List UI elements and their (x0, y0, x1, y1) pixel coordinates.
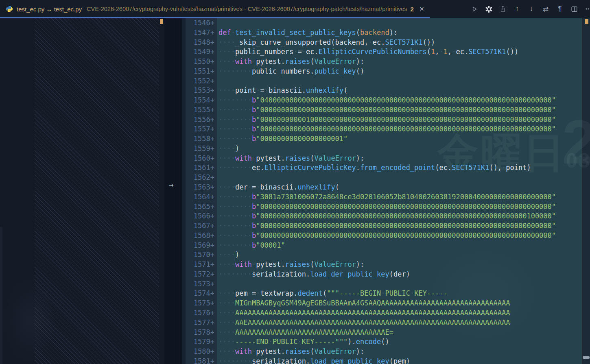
title-bar: test_ec.py ↔ test_ec.py CVE-2026-26007/c… (0, 0, 590, 18)
code-line[interactable]: 1546+ (182, 18, 590, 28)
overflow-icon[interactable] (584, 4, 590, 13)
code-line[interactable]: 1573+ (182, 279, 590, 289)
code-text: ····pem·=·textwrap.dedent("""-----BEGIN·… (217, 289, 448, 299)
code-line[interactable]: 1557+········b"0000000000000000000000000… (182, 124, 590, 134)
code-line[interactable]: 1568+········b"0000000000000000000000000… (182, 231, 590, 241)
line-number: 1565+ (182, 202, 217, 212)
code-text: ····) (217, 144, 239, 154)
code-text: ····) (217, 250, 239, 260)
line-number: 1551+ (182, 67, 217, 76)
code-text: ········b"000000000000000000000000000000… (217, 211, 556, 221)
code-line[interactable]: 1553+····point·=·binascii.unhexlify( (182, 86, 590, 96)
code-line[interactable]: 1551+········public_numbers.public_key() (182, 67, 590, 76)
code-line[interactable]: 1562+ (182, 173, 590, 183)
line-number: 1561+ (182, 163, 217, 173)
code-line[interactable]: 1555+········b"0000000000000000000000000… (182, 105, 590, 115)
line-number: 1560+ (182, 154, 217, 163)
code-text: ····AAAAAAAAAAAAAAAAAAAAAAAAAAAAAAAAAAAA… (217, 308, 510, 318)
code-text (217, 279, 219, 289)
line-number: 1553+ (182, 86, 217, 96)
diff-center-margin: → (164, 18, 182, 364)
editor-actions-toolbar: ↑ ↓ ⇄ ¶ (470, 0, 590, 18)
tab-path-label: CVE-2026-26007/cryptography-vuln/tests/h… (87, 6, 407, 12)
line-number: 1564+ (182, 192, 217, 202)
code-line[interactable]: 1581+········serialization.load_pem_publ… (182, 357, 590, 364)
code-text: ····der·=·binascii.unhexlify( (217, 183, 339, 192)
code-line[interactable]: 1561+········ec.EllipticCurvePublicKey.f… (182, 163, 590, 173)
run-icon[interactable] (470, 4, 479, 13)
code-line[interactable]: 1547+def·test_invalid_sect_public_keys(b… (182, 28, 590, 38)
arrow-up-icon[interactable]: ↑ (513, 4, 521, 13)
code-line[interactable]: 1567+········b"0000000000000000000000000… (182, 221, 590, 231)
code-lines[interactable]: 1546+1547+def·test_invalid_sect_public_k… (182, 18, 590, 364)
code-text (217, 173, 219, 183)
code-line[interactable]: 1579+····-----END·PUBLIC·KEY-----""").en… (182, 337, 590, 347)
code-text: ········b"000000000000000000000000000000… (217, 202, 556, 212)
openai-icon[interactable] (485, 4, 493, 13)
code-text: ····AAAAAAAAAAAAAAAAAAAAAAAAAAAAAAAAAAAA… (217, 328, 393, 338)
code-line[interactable]: 1556+········b"0000000000010000000000000… (182, 115, 590, 125)
code-text: ········serialization.load_pem_public_ke… (217, 357, 410, 364)
line-number: 1558+ (182, 134, 217, 144)
line-number: 1573+ (182, 279, 217, 289)
line-number: 1562+ (182, 173, 217, 183)
code-line[interactable]: 1569+········b"00001" (182, 241, 590, 251)
line-number: 1559+ (182, 144, 217, 154)
code-line[interactable]: 1572+········serialization.load_der_publ… (182, 270, 590, 279)
code-line[interactable]: 1580+····with·pytest.raises(ValueError): (182, 347, 590, 357)
line-number: 1580+ (182, 347, 217, 357)
code-line[interactable]: 1559+····) (182, 144, 590, 154)
code-text: ····with·pytest.raises(ValueError): (217, 347, 364, 357)
line-number: 1557+ (182, 124, 217, 134)
code-line[interactable]: 1576+····AAAAAAAAAAAAAAAAAAAAAAAAAAAAAAA… (182, 308, 590, 318)
code-line[interactable]: 1566+········b"0000000000000000000000000… (182, 211, 590, 221)
export-icon[interactable] (499, 4, 507, 13)
line-number: 1567+ (182, 221, 217, 231)
code-line[interactable]: 1563+····der·=·binascii.unhexlify( (182, 183, 590, 192)
code-text: ····MIGnMBAGByqGSM49AgEGBSuBBAAmA4GSAAQA… (217, 299, 510, 308)
line-number: 1576+ (182, 308, 217, 318)
pilcrow-icon[interactable]: ¶ (556, 4, 564, 13)
code-line[interactable]: 1560+····with·pytest.raises(ValueError): (182, 154, 590, 163)
split-editor-icon[interactable] (570, 4, 578, 13)
line-number: 1568+ (182, 231, 217, 241)
code-line[interactable]: 1570+····) (182, 250, 590, 260)
line-number: 1566+ (182, 211, 217, 221)
code-text: ········b"000000000000000000000000000000… (217, 105, 556, 115)
code-line[interactable]: 1550+····with·pytest.raises(ValueError): (182, 57, 590, 67)
code-line[interactable]: 1577+····AAEAAAAAAAAAAAAAAAAAAAAAAAAAAAA… (182, 318, 590, 328)
code-line[interactable]: 1565+········b"0000000000000000000000000… (182, 202, 590, 212)
code-line[interactable]: 1548+····_skip_curve_unsupported(backend… (182, 38, 590, 48)
code-text: ····public_numbers·=·ec.EllipticCurvePub… (217, 47, 518, 57)
code-line[interactable]: 1575+····MIGnMBAGByqGSM49AgEGBSuBBAAmA4G… (182, 299, 590, 308)
code-line[interactable]: 1578+····AAAAAAAAAAAAAAAAAAAAAAAAAAAAAAA… (182, 328, 590, 338)
code-line[interactable]: 1564+········b"3081a7301006072a8648ce3d0… (182, 192, 590, 202)
code-text: ····_skip_curve_unsupported(backend,·ec.… (217, 38, 435, 48)
code-text (217, 18, 219, 28)
diff-revert-arrow-icon[interactable]: → (169, 180, 173, 189)
code-text: ····with·pytest.raises(ValueError): (217, 154, 364, 163)
code-text: ········b"040000000000000000000000000000… (217, 96, 556, 105)
code-text: ····with·pytest.raises(ValueError): (217, 57, 364, 67)
code-text: ········b"000000000000000000000000000000… (217, 231, 556, 241)
line-number: 1581+ (182, 357, 217, 364)
code-text: ····-----END·PUBLIC·KEY-----""").encode(… (217, 337, 389, 347)
code-line[interactable]: 1558+········b"00000000000000000001" (182, 134, 590, 144)
code-line[interactable]: 1571+····with·pytest.raises(ValueError): (182, 260, 590, 270)
line-number: 1554+ (182, 96, 217, 105)
arrow-down-icon[interactable]: ↓ (527, 4, 535, 13)
code-text (217, 76, 219, 86)
swap-icon[interactable]: ⇄ (542, 4, 550, 13)
line-number: 1547+ (182, 28, 217, 38)
code-line[interactable]: 1574+····pem·=·textwrap.dedent("""-----B… (182, 289, 590, 299)
diff-editor-tab[interactable]: test_ec.py ↔ test_ec.py CVE-2026-26007/c… (0, 0, 430, 18)
code-text: ········ec.EllipticCurvePublicKey.from_e… (217, 163, 531, 173)
diff-modified-pane[interactable]: 金曜日 2 03 1546+1547+def·test_invalid_sect… (182, 18, 590, 364)
active-tab-indicator (0, 17, 430, 18)
code-line[interactable]: 1554+········b"0400000000000000000000000… (182, 96, 590, 105)
diff-original-pane[interactable] (0, 18, 164, 364)
code-text: ········b"000000000000000000000000000000… (217, 124, 556, 134)
code-line[interactable]: 1549+····public_numbers·=·ec.EllipticCur… (182, 47, 590, 57)
close-tab-button[interactable]: ✕ (420, 6, 424, 12)
code-line[interactable]: 1552+ (182, 76, 590, 86)
